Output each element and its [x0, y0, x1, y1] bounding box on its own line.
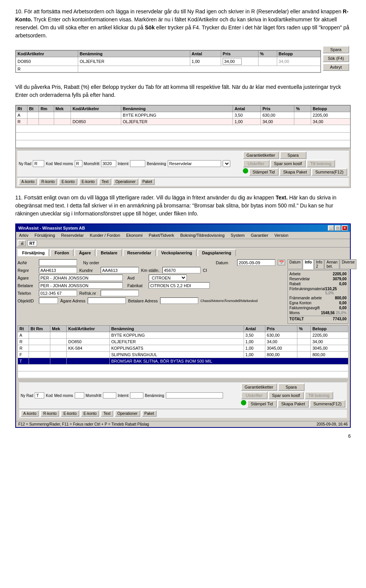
e-konto2-button[interactable]: E-konto: [79, 178, 97, 185]
aonr-input[interactable]: [39, 259, 77, 266]
toolbar-print-button[interactable]: 🖨: [18, 240, 26, 246]
momsfritt-input[interactable]: [101, 160, 116, 167]
km-stalln-input[interactable]: [162, 267, 201, 273]
win-summera-button[interactable]: Summera(F12): [310, 400, 345, 408]
pris-input[interactable]: [223, 58, 242, 65]
ny-rad-input[interactable]: [33, 160, 44, 167]
utskrifter-button[interactable]: Utskrifter: [243, 160, 270, 167]
operationer-button[interactable]: Operationer: [113, 178, 138, 185]
paket-button[interactable]: Paket: [140, 178, 155, 185]
benamning-input[interactable]: [168, 160, 221, 167]
till-bokning-button[interactable]: Till bokning: [307, 160, 335, 167]
tab-info[interactable]: Info: [303, 259, 313, 269]
spara-button[interactable]: Spara: [323, 46, 349, 53]
tab-fordon[interactable]: Fordon: [50, 249, 74, 256]
win-till-bokning-button[interactable]: Till bokning: [305, 392, 333, 399]
table-row[interactable]: R DO850 OLJEFILTER 1,00 34,00 34,00: [16, 119, 350, 125]
menu-forsaljning[interactable]: Försäljning: [33, 233, 56, 238]
kundnr-input[interactable]: [101, 267, 139, 273]
grid-row-r1[interactable]: R DO850 OLJEFILTER 1,00 34,00 34,00: [18, 339, 348, 345]
close-button[interactable]: ✕: [342, 225, 348, 231]
menu-reservdelar[interactable]: Reservdelar: [59, 233, 85, 238]
menu-garantier[interactable]: Garantier: [249, 233, 270, 238]
avbryt-button[interactable]: Avbryt: [323, 63, 349, 71]
win-momsfritt-input[interactable]: [103, 392, 116, 398]
win-garantietiketter-button[interactable]: Garantietiketter: [241, 383, 277, 391]
win-skapa-paket-button[interactable]: Skapa Paket: [278, 400, 309, 408]
minimize-button[interactable]: _: [328, 225, 334, 231]
calendar-icon[interactable]: 📅: [278, 260, 285, 265]
table-row[interactable]: A BYTE KOPPLING 3,50 630,00 2205,00: [16, 112, 350, 119]
agare-input[interactable]: [39, 275, 123, 281]
stampel-tid-button[interactable]: Stämpel Tid: [249, 168, 279, 176]
datum-input[interactable]: [237, 259, 275, 266]
summera-button[interactable]: Summera(F12): [311, 168, 347, 176]
spara-button2[interactable]: Spara: [280, 151, 307, 159]
win-stampel-button[interactable]: Stämpel Tid: [247, 400, 277, 408]
table-row[interactable]: DO850 OLJEFILTER 1,00 34,00: [16, 57, 321, 66]
regnr-input[interactable]: [39, 267, 77, 273]
grid-row-r2[interactable]: R KK-584 KOPPLINGSATS 1,00 3045,00 3045,…: [18, 345, 348, 352]
menu-paket[interactable]: Paket/Tidverk: [147, 233, 176, 238]
skapa-paket-button[interactable]: Skapa Paket: [279, 168, 311, 176]
tab-info2[interactable]: Info 2: [314, 259, 324, 269]
win-spara-button[interactable]: Spara: [278, 383, 305, 391]
win-a-konto-button[interactable]: A-konto: [21, 410, 39, 417]
avd-select[interactable]: CITROEN: [149, 275, 187, 281]
menu-version[interactable]: Version: [273, 233, 290, 238]
med-moms-input[interactable]: [75, 160, 82, 167]
win-paket-button[interactable]: Paket: [142, 410, 157, 417]
e-konto-button[interactable]: E-konto: [59, 178, 77, 185]
win-spar-kostf-button[interactable]: Spar som kostf: [268, 392, 304, 399]
win-utskrifter-button[interactable]: Utskrifter: [241, 392, 268, 399]
a-konto-button[interactable]: A-konto: [19, 178, 37, 185]
benamning-select[interactable]: ▼: [223, 160, 230, 167]
win-med-moms-input[interactable]: [75, 392, 84, 398]
internt-input[interactable]: [130, 160, 145, 167]
fabrikat-input[interactable]: [149, 282, 210, 289]
tab-forsaljning[interactable]: Försäljning: [18, 249, 49, 256]
tab-agare[interactable]: Ägare: [74, 249, 95, 256]
r-konto-button[interactable]: R-konto: [39, 178, 57, 185]
text-button[interactable]: Text: [99, 178, 111, 185]
win-text-button[interactable]: Text: [101, 410, 113, 417]
benamning-byte: BYTE KOPPLING: [121, 112, 233, 119]
betalare-adr-input[interactable]: [160, 297, 198, 304]
win-e-konto-button[interactable]: E-konto: [61, 410, 79, 417]
menu-kunder[interactable]: Kunder / Fordon: [88, 233, 122, 238]
row-belopp: 34,00: [277, 57, 320, 66]
panel1-container: Kod/Artikelnr Benämning Antal Pris % Bel…: [15, 44, 351, 79]
tab-dagsplanering[interactable]: Dagsplanering: [197, 249, 236, 256]
tab-diverse[interactable]: Diverse: [340, 259, 356, 269]
tab-datum[interactable]: Datum: [287, 259, 302, 269]
tab-betalare[interactable]: Betalare: [96, 249, 122, 256]
grid-row-a[interactable]: A BYTE KOPPLING 3,50 630,00 2205,00: [18, 332, 348, 339]
reservdelar-value: 3079,00: [333, 277, 347, 281]
win-momsfritt-label: Momsfritt: [86, 394, 101, 398]
grid-row-f[interactable]: F SLIPNING SVÄNGHJUL 1,00 800,00 800,00: [18, 352, 348, 358]
telefon-input[interactable]: [39, 290, 77, 296]
menu-arkiv[interactable]: Arkiv: [18, 233, 30, 238]
menu-bokning[interactable]: Bokning/Tildredovisning: [179, 233, 226, 238]
obj-id-input[interactable]: [39, 297, 58, 304]
grid-row-t[interactable]: T BROMSAR BAK SLITNA, BÖR BYTAS INOM 500…: [18, 358, 348, 365]
tab-reservdelar[interactable]: Reservdelar: [123, 249, 156, 256]
ref-input[interactable]: [101, 290, 139, 296]
menu-ekonomi[interactable]: Ekonomi: [125, 233, 144, 238]
win-r-konto-button[interactable]: R-konto: [40, 410, 59, 417]
maximize-button[interactable]: □: [335, 225, 341, 231]
betalare-input[interactable]: [39, 282, 123, 289]
win-internt-input[interactable]: [130, 392, 143, 398]
win-e-konto2-button[interactable]: E-konto: [81, 410, 99, 417]
menu-system[interactable]: System: [229, 233, 246, 238]
win-operationer-button[interactable]: Operationer: [115, 410, 140, 417]
agare-adr-input[interactable]: [88, 297, 126, 304]
garantietiketter-button[interactable]: Garantietiketter: [243, 151, 279, 159]
spar-som-kostf-button[interactable]: Spar som kostf: [270, 160, 306, 167]
win-ny-rad-input[interactable]: [35, 392, 44, 398]
sok-button[interactable]: Sök (F4): [323, 55, 349, 62]
tab-annan-bet[interactable]: Annan bet.: [324, 259, 339, 269]
rt-a: A: [16, 112, 27, 119]
win-benamning-input[interactable]: [166, 392, 223, 398]
tab-veckoplanering[interactable]: Veckoplanering: [157, 249, 197, 256]
